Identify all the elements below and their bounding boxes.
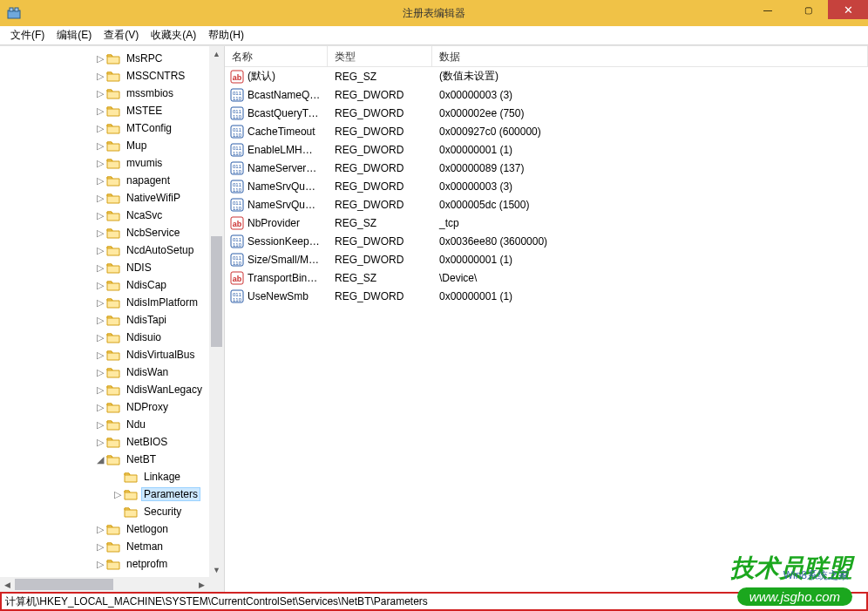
list-row[interactable]: 011110NameSrvQuer...REG_DWORD0x000005dc … xyxy=(225,195,868,214)
expand-icon[interactable]: ▷ xyxy=(94,559,106,570)
list-body[interactable]: ab(默认)REG_SZ(数值未设置)011110BcastNameQu...R… xyxy=(225,67,868,592)
tree-node-label[interactable]: mssmbios xyxy=(124,86,176,100)
column-name[interactable]: 名称 xyxy=(225,46,328,66)
tree-node[interactable]: ▷Parameters xyxy=(0,485,209,503)
list-row[interactable]: 011110UseNewSmbREG_DWORD0x00000001 (1) xyxy=(225,287,868,305)
tree-node-label[interactable]: NdisCap xyxy=(124,278,169,292)
expand-icon[interactable]: ▷ xyxy=(94,384,106,396)
tree-node[interactable]: ◢NetBT xyxy=(0,451,209,468)
expand-icon[interactable]: ▷ xyxy=(94,227,106,239)
tree-node-label[interactable]: Linkage xyxy=(141,470,183,484)
tree-node[interactable]: ▷NdisWanLegacy xyxy=(0,381,209,398)
scroll-track[interactable] xyxy=(209,61,224,562)
tree-node-label[interactable]: mvumis xyxy=(124,156,165,170)
expand-icon[interactable]: ▷ xyxy=(94,71,106,82)
tree-node[interactable]: ▷NcaSvc xyxy=(0,207,209,224)
expand-icon[interactable]: ▷ xyxy=(94,402,106,413)
expand-icon[interactable]: ▷ xyxy=(94,193,106,204)
tree-horizontal-scrollbar[interactable]: ◀ ▶ xyxy=(0,577,209,592)
expand-icon[interactable]: ▷ xyxy=(94,419,106,431)
list-row[interactable]: 011110EnableLMHOS...REG_DWORD0x00000001 … xyxy=(225,140,868,159)
column-data[interactable]: 数据 xyxy=(432,46,868,66)
scroll-left-icon[interactable]: ◀ xyxy=(0,577,15,592)
expand-icon[interactable]: ▷ xyxy=(94,105,106,117)
registry-tree[interactable]: ▷MsRPC▷MSSCNTRS▷mssmbios▷MSTEE▷MTConfig▷… xyxy=(0,46,209,577)
tree-node-label[interactable]: NcbService xyxy=(124,226,182,240)
tree-node[interactable]: ▷Ndu xyxy=(0,416,209,433)
tree-node[interactable]: ▷Netman xyxy=(0,538,209,555)
expand-icon[interactable]: ▷ xyxy=(94,158,106,169)
tree-node-label[interactable]: NdisWan xyxy=(124,365,171,379)
tree-vertical-scrollbar[interactable]: ▲ ▼ xyxy=(209,46,224,577)
expand-icon[interactable]: ▷ xyxy=(94,88,106,99)
tree-node[interactable]: ▷NdisTapi xyxy=(0,311,209,329)
tree-node[interactable]: ▷Netlogon xyxy=(0,520,209,538)
expand-icon[interactable]: ▷ xyxy=(94,297,106,309)
menu-edit[interactable]: 编辑(E) xyxy=(51,26,97,44)
scroll-right-icon[interactable]: ▶ xyxy=(194,577,209,592)
tree-node[interactable]: ▷MTConfig xyxy=(0,119,209,137)
tree-node[interactable]: ▷MSSCNTRS xyxy=(0,67,209,85)
expand-icon[interactable]: ▷ xyxy=(94,524,106,535)
tree-node-label[interactable]: Netlogon xyxy=(124,522,171,536)
tree-node[interactable]: ▷mvumis xyxy=(0,154,209,172)
tree-node[interactable]: ▷NdisCap xyxy=(0,276,209,294)
expand-icon[interactable]: ▷ xyxy=(94,245,106,256)
tree-node-label[interactable]: napagent xyxy=(124,173,173,187)
tree-node[interactable]: ▷NdisImPlatform xyxy=(0,294,209,311)
scroll-thumb[interactable] xyxy=(211,236,222,347)
tree-node[interactable]: ▷MsRPC xyxy=(0,50,209,67)
expand-icon[interactable]: ▷ xyxy=(94,175,106,187)
list-row[interactable]: 011110Size/Small/Me...REG_DWORD0x0000000… xyxy=(225,250,868,268)
menu-favorites[interactable]: 收藏夹(A) xyxy=(146,26,201,44)
menu-view[interactable]: 查看(V) xyxy=(98,26,144,44)
tree-node[interactable]: Security xyxy=(0,503,209,520)
tree-node-label[interactable]: Ndu xyxy=(124,418,148,431)
tree-node[interactable]: ▷Mup xyxy=(0,137,209,154)
tree-node[interactable]: ▷NcbService xyxy=(0,224,209,241)
list-row[interactable]: 011110NameServerPortREG_DWORD0x00000089 … xyxy=(225,159,868,177)
maximize-button[interactable]: ▢ xyxy=(788,0,828,19)
column-type[interactable]: 类型 xyxy=(328,46,432,66)
menu-help[interactable]: 帮助(H) xyxy=(203,26,249,44)
tree-node-label[interactable]: NetBIOS xyxy=(124,435,170,449)
expand-icon[interactable]: ▷ xyxy=(94,210,106,221)
tree-node[interactable]: ▷Ndisuio xyxy=(0,329,209,346)
tree-node[interactable]: ▷NetBIOS xyxy=(0,433,209,451)
tree-node-label[interactable]: netprofm xyxy=(124,557,170,571)
tree-node-label[interactable]: NdisImPlatform xyxy=(124,295,200,309)
menu-file[interactable]: 文件(F) xyxy=(5,26,50,44)
expand-icon[interactable]: ▷ xyxy=(112,489,124,500)
expand-icon[interactable]: ▷ xyxy=(94,53,106,64)
tree-node-label[interactable]: NDProxy xyxy=(124,400,171,414)
expand-icon[interactable]: ▷ xyxy=(94,315,106,326)
expand-icon[interactable]: ▷ xyxy=(94,140,106,152)
list-row[interactable]: 011110CacheTimeoutREG_DWORD0x000927c0 (6… xyxy=(225,122,868,140)
tree-node-label[interactable]: NdisWanLegacy xyxy=(124,383,205,397)
tree-node-label[interactable]: Security xyxy=(141,505,184,519)
expand-icon[interactable]: ▷ xyxy=(94,350,106,361)
tree-node[interactable]: ▷NcdAutoSetup xyxy=(0,241,209,259)
tree-node-label[interactable]: NdisTapi xyxy=(124,313,169,327)
tree-node[interactable]: ▷napagent xyxy=(0,172,209,189)
expand-icon[interactable]: ▷ xyxy=(94,541,106,553)
minimize-button[interactable]: — xyxy=(748,0,788,19)
tree-node-label[interactable]: MTConfig xyxy=(124,121,174,135)
list-row[interactable]: 011110BcastQueryTim...REG_DWORD0x000002e… xyxy=(225,104,868,122)
list-row[interactable]: abNbProviderREG_SZ_tcp xyxy=(225,214,868,232)
expand-icon[interactable]: ▷ xyxy=(94,280,106,291)
collapse-icon[interactable]: ◢ xyxy=(94,454,106,465)
tree-node[interactable]: ▷NdisWan xyxy=(0,363,209,381)
list-row[interactable]: ab(默认)REG_SZ(数值未设置) xyxy=(225,67,868,85)
tree-node[interactable]: Linkage xyxy=(0,468,209,485)
list-row[interactable]: 011110NameSrvQuer...REG_DWORD0x00000003 … xyxy=(225,177,868,195)
close-button[interactable]: ✕ xyxy=(828,0,868,19)
tree-node-label[interactable]: NcaSvc xyxy=(124,208,165,222)
tree-node[interactable]: ▷NDProxy xyxy=(0,398,209,416)
tree-node-label[interactable]: MSTEE xyxy=(124,104,165,118)
list-row[interactable]: 011110SessionKeepAl...REG_DWORD0x0036ee8… xyxy=(225,232,868,250)
tree-node[interactable]: ▷NativeWifiP xyxy=(0,189,209,207)
tree-node-label[interactable]: NativeWifiP xyxy=(124,191,183,205)
tree-node[interactable]: ▷MSTEE xyxy=(0,102,209,119)
tree-node-label[interactable]: MSSCNTRS xyxy=(124,69,187,83)
